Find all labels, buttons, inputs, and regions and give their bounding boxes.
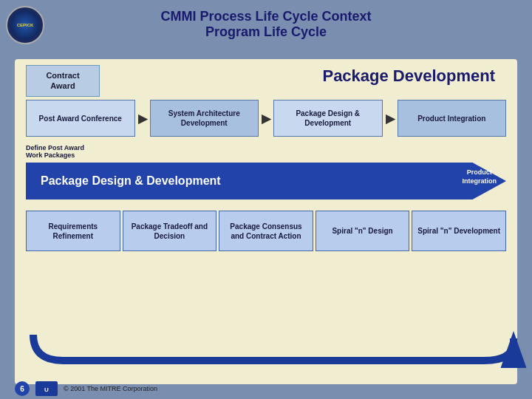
spiral-design-box: Spiral "n" Design — [316, 211, 410, 251]
header-title-line2: Program Life Cycle — [0, 24, 532, 40]
header: CMMI Process Life Cycle Context Program … — [0, 0, 532, 44]
footer-left: 6 U © 2001 The MITRE Corporation — [15, 381, 157, 396]
system-arch-box: System Architecture Development — [150, 100, 259, 137]
requirements-refinement-box: Requirements Refinement — [26, 211, 120, 251]
blue-arrow-label: Package Design & Development — [41, 174, 221, 188]
package-development-label: Package Development — [322, 66, 495, 86]
define-text: Define Post Award Work Packages — [26, 144, 84, 159]
logo: CEPICK — [6, 6, 44, 44]
package-design-box: Package Design & Development — [273, 100, 383, 137]
blue-arrow: Package Design & Development — [26, 163, 506, 200]
arrow-2: ▶ — [262, 112, 270, 126]
mitre-logo-icon: U — [35, 381, 58, 396]
svg-text:U: U — [44, 386, 49, 393]
arrow-3: ▶ — [386, 112, 395, 126]
process-row: Post Award Conference ▶ System Architect… — [26, 100, 506, 137]
package-consensus-box: Package Consensus and Contract Action — [219, 211, 313, 251]
post-award-conference-box: Post Award Conference — [26, 100, 135, 137]
main-container: CEPICK CMMI Process Life Cycle Context P… — [0, 0, 532, 399]
product-integration-box: Product Integration — [398, 100, 507, 137]
content-area: Package Development Contract Award Post … — [15, 59, 517, 384]
logo-text: CEPICK — [17, 23, 34, 27]
arrow-1: ▶ — [138, 112, 147, 126]
spiral-development-box: Spiral "n" Development — [412, 211, 506, 251]
page-number: 6 — [15, 381, 30, 396]
header-title-line1: CMMI Process Life Cycle Context — [0, 9, 532, 24]
curved-arrow-svg — [26, 327, 528, 368]
package-tradeoff-box: Package Tradeoff and Decision — [123, 211, 217, 251]
product-integration-arrow-label: ProductIntegration — [463, 168, 497, 185]
contract-award-box: Contract Award — [26, 65, 100, 97]
bottom-process-row: Requirements Refinement Package Tradeoff… — [26, 211, 506, 251]
footer: 6 U © 2001 The MITRE Corporation — [15, 381, 517, 396]
footer-copyright: © 2001 The MITRE Corporation — [64, 385, 157, 392]
